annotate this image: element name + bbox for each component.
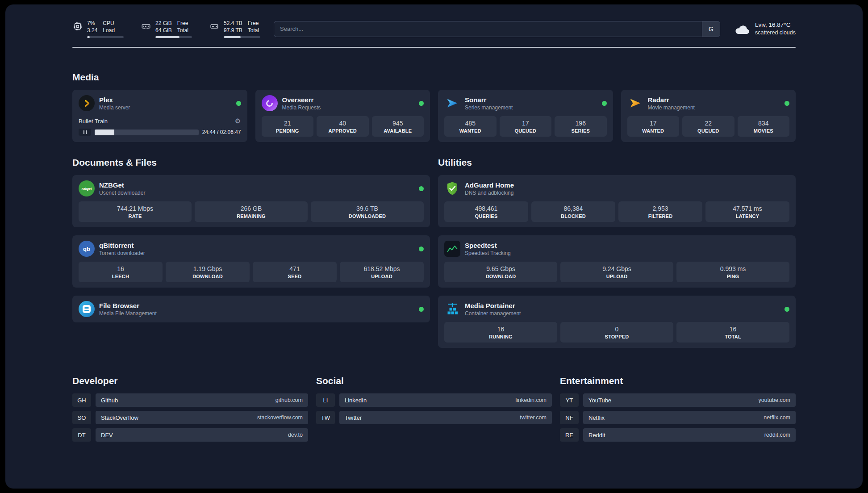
pause-button[interactable] xyxy=(79,129,91,136)
storage-free-label: Free xyxy=(248,20,259,27)
memory-progress-fill xyxy=(155,36,179,38)
weather-widget: Lviv, 16.87°C scattered clouds xyxy=(734,21,796,37)
topbar: 7% 3.24 CPU Load xyxy=(72,20,796,38)
now-playing-title: Bullet Train xyxy=(79,118,108,125)
status-indicator xyxy=(419,246,424,251)
app-name: Plex xyxy=(99,96,130,104)
stat-value: 1.19 Gbps xyxy=(193,265,222,272)
status-indicator xyxy=(602,101,607,106)
app-subtitle: Series management xyxy=(465,104,513,111)
settings-icon[interactable]: ⚙ xyxy=(235,117,241,125)
cpu-metric: 7% 3.24 CPU Load xyxy=(72,20,124,38)
nzbget-stat-remaining: 266 GB REMAINING xyxy=(195,201,308,222)
app-card-qbittorrent[interactable]: qb qBittorrent Torrent downloader 16 LEE… xyxy=(72,235,430,288)
bookmark-link-youtube[interactable]: YouTube youtube.com xyxy=(583,393,796,407)
status-indicator xyxy=(419,101,424,106)
bookmark-link-stackoverflow[interactable]: StackOverflow stackoverflow.com xyxy=(96,411,308,424)
bookmark-name: Github xyxy=(101,397,118,404)
nzbget-icon: nzbget xyxy=(79,180,95,196)
portainer-stat-running: 16 RUNNING xyxy=(444,322,557,343)
app-card-plex[interactable]: Plex Media server Bullet Train ⚙ 24:44 /… xyxy=(72,90,247,142)
app-card-radarr[interactable]: Radarr Movie management 17 WANTED 22 QUE… xyxy=(621,90,796,142)
stat-label: WANTED xyxy=(459,128,481,134)
radarr-stat-movies: 834 MOVIES xyxy=(738,116,790,137)
app-subtitle: Usenet downloader xyxy=(99,190,145,196)
developer-section-title: Developer xyxy=(72,376,308,386)
app-subtitle: DNS and adblocking xyxy=(465,190,514,196)
stat-value: 17 xyxy=(522,120,529,127)
app-card-portainer[interactable]: Media Portainer Container management 16 … xyxy=(438,296,796,348)
bookmark-group-entertainment: Entertainment YT YouTube youtube.com NF … xyxy=(560,376,796,446)
adguard-stat-queries: 498,461 QUERIES xyxy=(444,201,528,222)
bookmark-link-twitter[interactable]: Twitter twitter.com xyxy=(339,411,552,424)
stat-value: 0.993 ms xyxy=(720,265,746,272)
bookmark-abbr: RE xyxy=(560,428,579,442)
app-subtitle: Container management xyxy=(465,310,521,317)
bookmark-url: netflix.com xyxy=(764,414,790,421)
stat-value: 471 xyxy=(289,265,300,272)
stat-label: DOWNLOADED xyxy=(349,213,386,219)
app-card-sonarr[interactable]: Sonarr Series management 485 WANTED 17 Q… xyxy=(438,90,613,142)
bookmark-row-stackoverflow: SO StackOverflow stackoverflow.com xyxy=(72,411,308,424)
documents-section-title: Documents & Files xyxy=(72,157,430,168)
bookmark-abbr: GH xyxy=(72,393,91,407)
section-documents-files: Documents & Files nzbget NZBGet Usenet d… xyxy=(72,157,430,322)
bookmark-name: Twitter xyxy=(345,414,362,421)
bookmark-url: linkedin.com xyxy=(516,397,547,403)
plex-icon xyxy=(79,95,95,111)
radarr-stat-wanted: 17 WANTED xyxy=(627,116,680,137)
stat-label: TOTAL xyxy=(725,334,741,339)
bookmark-link-dev[interactable]: DEV dev.to xyxy=(96,428,308,442)
stat-label: LEECH xyxy=(112,274,129,279)
weather-location: Lviv, 16.87°C xyxy=(755,21,796,29)
stat-value: 47.571 ms xyxy=(733,205,762,212)
bookmark-row-dev: DT DEV dev.to xyxy=(72,428,308,442)
dashboard: 7% 3.24 CPU Load xyxy=(5,4,863,489)
bookmark-link-reddit[interactable]: Reddit reddit.com xyxy=(583,428,796,442)
bookmark-link-github[interactable]: Github github.com xyxy=(96,393,308,407)
storage-free-value: 52.4 TB xyxy=(224,20,242,27)
qbittorrent-icon: qb xyxy=(79,241,95,257)
app-card-nzbget[interactable]: nzbget NZBGet Usenet downloader 744.21 M… xyxy=(72,175,430,227)
bookmark-abbr: NF xyxy=(560,411,579,424)
cpu-label: CPU xyxy=(103,20,115,27)
app-card-adguard[interactable]: AdGuard Home DNS and adblocking 498,461 … xyxy=(438,175,796,227)
speedtest-icon xyxy=(444,241,460,257)
stat-value: 16 xyxy=(730,326,737,333)
app-card-filebrowser[interactable]: File Browser Media File Management xyxy=(72,296,430,322)
memory-metric: 22 GiB 64 GiB Free Total xyxy=(141,20,192,38)
stat-value: 21 xyxy=(284,120,291,127)
stat-value: 945 xyxy=(392,120,403,127)
stat-label: WANTED xyxy=(642,128,664,134)
sonarr-stat-queued: 17 QUEUED xyxy=(500,116,552,137)
app-subtitle: Speedtest Tracking xyxy=(465,250,511,256)
stat-label: LATENCY xyxy=(736,213,760,219)
cpu-load-value: 3.24 xyxy=(87,27,97,34)
search-engine-button[interactable]: G xyxy=(702,21,720,37)
bookmark-row-youtube: YT YouTube youtube.com xyxy=(560,393,796,407)
bookmark-url: youtube.com xyxy=(758,397,790,403)
storage-metric: 52.4 TB 97.9 TB Free Total xyxy=(209,20,260,38)
bookmark-link-netflix[interactable]: Netflix netflix.com xyxy=(583,411,796,424)
stat-value: 86,384 xyxy=(564,205,583,212)
bookmark-url: twitter.com xyxy=(520,414,547,421)
app-subtitle: Torrent downloader xyxy=(99,250,145,256)
overseerr-stat-pending: 21 PENDING xyxy=(262,116,314,137)
bookmark-link-linkedin[interactable]: LinkedIn linkedin.com xyxy=(339,393,552,407)
qbittorrent-stat-seed: 471 SEED xyxy=(253,262,337,282)
stat-label: QUEUED xyxy=(697,128,719,134)
app-card-speedtest[interactable]: Speedtest Speedtest Tracking 9.65 Gbps D… xyxy=(438,235,796,288)
sonarr-stat-wanted: 485 WANTED xyxy=(444,116,497,137)
radarr-icon xyxy=(627,95,643,111)
speedtest-stat-ping: 0.993 ms PING xyxy=(676,262,789,282)
memory-progress-bar xyxy=(155,36,192,38)
app-name: Overseerr xyxy=(282,96,321,104)
cpu-icon xyxy=(72,21,83,32)
storage-icon xyxy=(209,21,220,32)
sonarr-stat-series: 196 SERIES xyxy=(555,116,607,137)
app-card-overseerr[interactable]: Overseerr Media Requests 21 PENDING 40 A… xyxy=(255,90,430,142)
app-name: NZBGet xyxy=(99,181,145,189)
stat-label: BLOCKED xyxy=(561,213,586,219)
bookmark-abbr: DT xyxy=(72,428,91,442)
search-input[interactable] xyxy=(274,21,720,37)
